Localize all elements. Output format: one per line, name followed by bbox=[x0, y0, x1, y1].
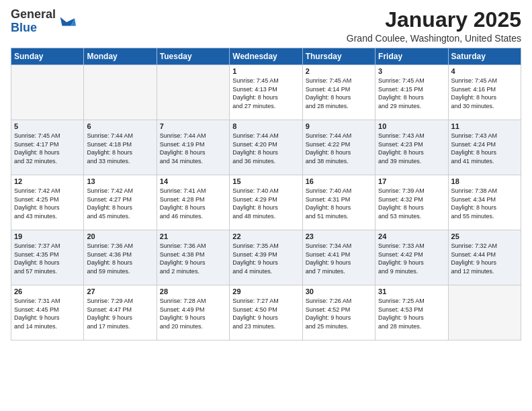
day-info: Sunrise: 7:39 AM Sunset: 4:32 PM Dayligh… bbox=[378, 187, 445, 220]
calendar-cell: 14Sunrise: 7:41 AM Sunset: 4:28 PM Dayli… bbox=[157, 175, 229, 230]
logo-icon bbox=[57, 12, 76, 31]
day-number: 16 bbox=[306, 177, 372, 185]
day-info: Sunrise: 7:28 AM Sunset: 4:49 PM Dayligh… bbox=[160, 297, 226, 330]
day-number: 31 bbox=[378, 287, 445, 295]
day-number: 6 bbox=[87, 122, 153, 130]
day-info: Sunrise: 7:44 AM Sunset: 4:19 PM Dayligh… bbox=[160, 132, 226, 165]
day-number: 29 bbox=[232, 287, 299, 295]
day-info: Sunrise: 7:41 AM Sunset: 4:28 PM Dayligh… bbox=[160, 187, 226, 220]
month-title: January 2025 bbox=[347, 8, 521, 32]
calendar-cell: 22Sunrise: 7:35 AM Sunset: 4:39 PM Dayli… bbox=[230, 230, 302, 285]
page: General Blue January 2025 Grand Coulee, … bbox=[0, 0, 532, 411]
title-block: January 2025 Grand Coulee, Washington, U… bbox=[347, 8, 521, 44]
calendar-cell: 3Sunrise: 7:45 AM Sunset: 4:15 PM Daylig… bbox=[375, 65, 448, 120]
calendar-cell: 11Sunrise: 7:43 AM Sunset: 4:24 PM Dayli… bbox=[448, 120, 521, 175]
calendar-table: SundayMondayTuesdayWednesdayThursdayFrid… bbox=[11, 48, 521, 340]
calendar-cell bbox=[157, 65, 229, 120]
day-info: Sunrise: 7:45 AM Sunset: 4:17 PM Dayligh… bbox=[14, 132, 81, 165]
day-number: 3 bbox=[378, 67, 445, 75]
day-info: Sunrise: 7:40 AM Sunset: 4:29 PM Dayligh… bbox=[232, 187, 299, 220]
day-info: Sunrise: 7:36 AM Sunset: 4:38 PM Dayligh… bbox=[160, 242, 226, 275]
day-info: Sunrise: 7:33 AM Sunset: 4:42 PM Dayligh… bbox=[378, 242, 445, 275]
day-number: 28 bbox=[160, 287, 226, 295]
day-info: Sunrise: 7:43 AM Sunset: 4:24 PM Dayligh… bbox=[451, 132, 518, 165]
day-info: Sunrise: 7:44 AM Sunset: 4:18 PM Dayligh… bbox=[87, 132, 153, 165]
day-info: Sunrise: 7:45 AM Sunset: 4:13 PM Dayligh… bbox=[232, 77, 299, 110]
day-number: 23 bbox=[306, 232, 372, 240]
day-number: 26 bbox=[14, 287, 81, 295]
day-number: 17 bbox=[378, 177, 445, 185]
calendar-cell: 16Sunrise: 7:40 AM Sunset: 4:31 PM Dayli… bbox=[302, 175, 375, 230]
day-number: 5 bbox=[14, 122, 81, 130]
day-info: Sunrise: 7:40 AM Sunset: 4:31 PM Dayligh… bbox=[306, 187, 372, 220]
header: General Blue January 2025 Grand Coulee, … bbox=[11, 8, 521, 44]
day-info: Sunrise: 7:29 AM Sunset: 4:47 PM Dayligh… bbox=[87, 297, 153, 330]
day-info: Sunrise: 7:44 AM Sunset: 4:20 PM Dayligh… bbox=[232, 132, 299, 165]
calendar-cell: 31Sunrise: 7:25 AM Sunset: 4:53 PM Dayli… bbox=[375, 285, 448, 340]
calendar-cell: 24Sunrise: 7:33 AM Sunset: 4:42 PM Dayli… bbox=[375, 230, 448, 285]
calendar-cell: 28Sunrise: 7:28 AM Sunset: 4:49 PM Dayli… bbox=[157, 285, 229, 340]
calendar-cell: 20Sunrise: 7:36 AM Sunset: 4:36 PM Dayli… bbox=[84, 230, 157, 285]
day-number: 22 bbox=[232, 232, 299, 240]
calendar-header-friday: Friday bbox=[375, 48, 448, 65]
calendar-cell: 26Sunrise: 7:31 AM Sunset: 4:45 PM Dayli… bbox=[11, 285, 84, 340]
day-number: 21 bbox=[160, 232, 226, 240]
calendar-week-1: 1Sunrise: 7:45 AM Sunset: 4:13 PM Daylig… bbox=[11, 65, 521, 120]
day-number: 30 bbox=[306, 287, 372, 295]
logo-blue-text: Blue bbox=[11, 21, 37, 34]
calendar-cell: 12Sunrise: 7:42 AM Sunset: 4:25 PM Dayli… bbox=[11, 175, 84, 230]
calendar-cell: 8Sunrise: 7:44 AM Sunset: 4:20 PM Daylig… bbox=[230, 120, 302, 175]
calendar-cell: 29Sunrise: 7:27 AM Sunset: 4:50 PM Dayli… bbox=[230, 285, 302, 340]
calendar-header-row: SundayMondayTuesdayWednesdayThursdayFrid… bbox=[11, 48, 521, 65]
calendar-cell: 27Sunrise: 7:29 AM Sunset: 4:47 PM Dayli… bbox=[84, 285, 157, 340]
day-info: Sunrise: 7:42 AM Sunset: 4:27 PM Dayligh… bbox=[87, 187, 153, 220]
calendar-cell: 7Sunrise: 7:44 AM Sunset: 4:19 PM Daylig… bbox=[157, 120, 229, 175]
day-number: 24 bbox=[378, 232, 445, 240]
day-info: Sunrise: 7:35 AM Sunset: 4:39 PM Dayligh… bbox=[232, 242, 299, 275]
location-title: Grand Coulee, Washington, United States bbox=[347, 33, 521, 44]
day-number: 14 bbox=[160, 177, 226, 185]
day-info: Sunrise: 7:36 AM Sunset: 4:36 PM Dayligh… bbox=[87, 242, 153, 275]
day-info: Sunrise: 7:42 AM Sunset: 4:25 PM Dayligh… bbox=[14, 187, 81, 220]
day-number: 11 bbox=[451, 122, 518, 130]
day-info: Sunrise: 7:44 AM Sunset: 4:22 PM Dayligh… bbox=[306, 132, 372, 165]
day-number: 1 bbox=[232, 67, 299, 75]
calendar-header-saturday: Saturday bbox=[448, 48, 521, 65]
day-info: Sunrise: 7:37 AM Sunset: 4:35 PM Dayligh… bbox=[14, 242, 81, 275]
calendar-cell: 13Sunrise: 7:42 AM Sunset: 4:27 PM Dayli… bbox=[84, 175, 157, 230]
day-number: 27 bbox=[87, 287, 153, 295]
day-number: 18 bbox=[451, 177, 518, 185]
day-number: 12 bbox=[14, 177, 81, 185]
day-info: Sunrise: 7:31 AM Sunset: 4:45 PM Dayligh… bbox=[14, 297, 81, 330]
day-number: 19 bbox=[14, 232, 81, 240]
day-number: 9 bbox=[306, 122, 372, 130]
calendar-cell: 9Sunrise: 7:44 AM Sunset: 4:22 PM Daylig… bbox=[302, 120, 375, 175]
day-number: 20 bbox=[87, 232, 153, 240]
calendar-cell bbox=[448, 285, 521, 340]
calendar-cell: 17Sunrise: 7:39 AM Sunset: 4:32 PM Dayli… bbox=[375, 175, 448, 230]
day-info: Sunrise: 7:45 AM Sunset: 4:14 PM Dayligh… bbox=[306, 77, 372, 110]
day-info: Sunrise: 7:32 AM Sunset: 4:44 PM Dayligh… bbox=[451, 242, 518, 275]
calendar-cell: 1Sunrise: 7:45 AM Sunset: 4:13 PM Daylig… bbox=[230, 65, 302, 120]
calendar-header-tuesday: Tuesday bbox=[157, 48, 229, 65]
calendar-cell bbox=[11, 65, 84, 120]
calendar-cell: 18Sunrise: 7:38 AM Sunset: 4:34 PM Dayli… bbox=[448, 175, 521, 230]
day-info: Sunrise: 7:45 AM Sunset: 4:15 PM Dayligh… bbox=[378, 77, 445, 110]
calendar-cell: 10Sunrise: 7:43 AM Sunset: 4:23 PM Dayli… bbox=[375, 120, 448, 175]
calendar-header-wednesday: Wednesday bbox=[230, 48, 302, 65]
day-number: 13 bbox=[87, 177, 153, 185]
calendar-cell: 25Sunrise: 7:32 AM Sunset: 4:44 PM Dayli… bbox=[448, 230, 521, 285]
calendar-week-5: 26Sunrise: 7:31 AM Sunset: 4:45 PM Dayli… bbox=[11, 285, 521, 340]
day-number: 15 bbox=[232, 177, 299, 185]
day-number: 4 bbox=[451, 67, 518, 75]
calendar-week-4: 19Sunrise: 7:37 AM Sunset: 4:35 PM Dayli… bbox=[11, 230, 521, 285]
day-info: Sunrise: 7:34 AM Sunset: 4:41 PM Dayligh… bbox=[306, 242, 372, 275]
calendar-week-3: 12Sunrise: 7:42 AM Sunset: 4:25 PM Dayli… bbox=[11, 175, 521, 230]
day-info: Sunrise: 7:26 AM Sunset: 4:52 PM Dayligh… bbox=[306, 297, 372, 330]
calendar-header-sunday: Sunday bbox=[11, 48, 84, 65]
day-number: 7 bbox=[160, 122, 226, 130]
day-number: 2 bbox=[306, 67, 372, 75]
calendar-cell bbox=[84, 65, 157, 120]
calendar-cell: 15Sunrise: 7:40 AM Sunset: 4:29 PM Dayli… bbox=[230, 175, 302, 230]
calendar-cell: 23Sunrise: 7:34 AM Sunset: 4:41 PM Dayli… bbox=[302, 230, 375, 285]
